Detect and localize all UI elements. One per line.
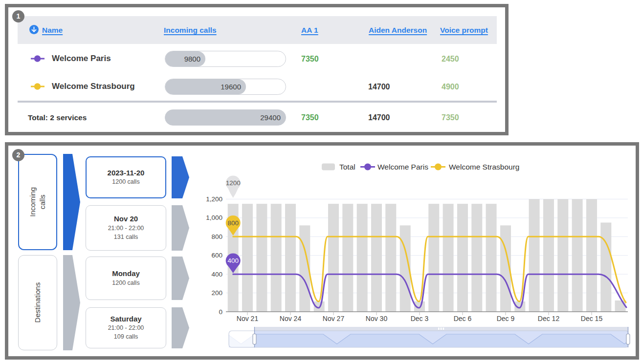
svg-text:Dec 6: Dec 6 [454,315,472,322]
svg-text:Welcome Strasbourg: Welcome Strasbourg [449,163,519,171]
svg-text:Nov 30: Nov 30 [366,315,388,322]
svg-text:Welcome Paris: Welcome Paris [377,163,428,171]
svg-text:0: 0 [219,308,222,316]
svg-text:600: 600 [211,252,222,259]
svg-text:400: 400 [227,257,239,264]
svg-text:1,000: 1,000 [206,214,222,221]
svg-text:200: 200 [211,289,222,297]
svg-text:Nov 21: Nov 21 [237,315,259,322]
svg-text:800: 800 [211,233,222,240]
svg-text:1,200: 1,200 [206,195,222,203]
svg-text:1200: 1200 [226,179,241,187]
svg-text:Total: Total [339,163,355,171]
svg-text:400: 400 [211,271,222,278]
svg-text:Dec 9: Dec 9 [497,315,515,322]
svg-text:Dec 12: Dec 12 [538,315,560,322]
svg-text:800: 800 [227,219,239,227]
svg-text:Nov 24: Nov 24 [280,315,302,322]
svg-text:Nov 27: Nov 27 [323,315,345,322]
svg-text:Dec 3: Dec 3 [411,315,429,322]
svg-text:Dec 15: Dec 15 [581,315,603,322]
